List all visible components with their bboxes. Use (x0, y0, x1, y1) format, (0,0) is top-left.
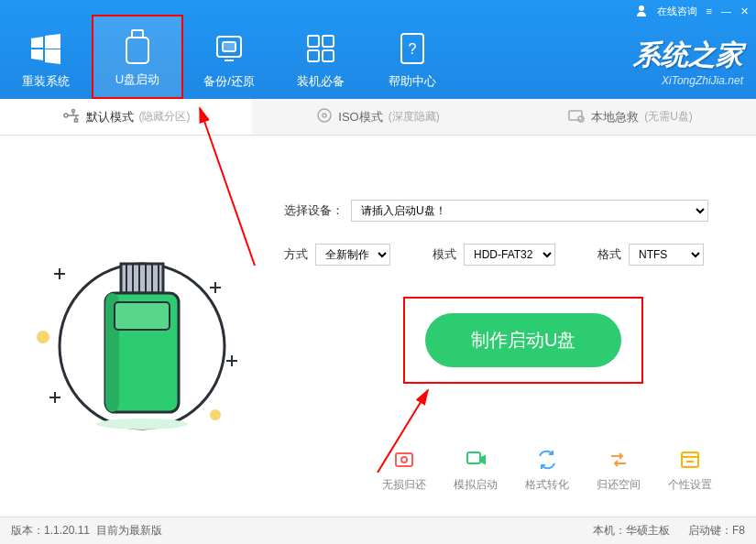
svg-point-18 (318, 109, 331, 122)
mode-select[interactable]: HDD-FAT32 (464, 244, 555, 266)
format-select[interactable]: NTFS (629, 244, 704, 266)
illustration-panel (18, 154, 266, 502)
backup-icon (183, 29, 275, 68)
device-label: 选择设备： (284, 202, 344, 219)
method-select[interactable]: 全新制作 (315, 244, 390, 266)
rescue-icon (567, 108, 586, 125)
svg-rect-20 (569, 111, 582, 120)
svg-marker-47 (481, 456, 485, 463)
svg-point-42 (37, 331, 49, 343)
personalize-icon (678, 448, 702, 472)
logo: 系统之家 XiTongZhiJia.net (633, 37, 743, 87)
content: 选择设备： 请插入启动U盘！ 方式 全新制作 模式 HDD-FAT32 格式 N… (0, 136, 756, 502)
svg-point-21 (578, 116, 584, 122)
nav-usb-boot[interactable]: U盘启动 (92, 15, 183, 99)
consult-link[interactable]: 在线咨询 (657, 5, 697, 18)
form-panel: 选择设备： 请插入启动U盘！ 方式 全新制作 模式 HDD-FAT32 格式 N… (266, 154, 738, 502)
avatar-icon (635, 4, 648, 18)
svg-rect-1 (132, 30, 143, 38)
usb-illustration (32, 218, 252, 438)
status-bar: 版本：1.1.20.11 目前为最新版 本机：华硕主板 启动键：F8 (0, 517, 756, 544)
svg-rect-50 (682, 452, 698, 467)
svg-rect-9 (323, 50, 334, 61)
svg-point-19 (323, 114, 326, 117)
tab-sublabel: (深度隐藏) (389, 109, 440, 125)
action-simulate[interactable]: 模拟启动 (454, 448, 498, 493)
close-button[interactable]: ✕ (740, 5, 749, 17)
menu-icon[interactable]: ≡ (707, 5, 712, 16)
action-personalize[interactable]: 个性设置 (668, 448, 712, 493)
create-boot-usb-button[interactable]: 制作启动U盘 (425, 313, 621, 367)
simulate-icon (464, 448, 488, 472)
svg-rect-4 (223, 42, 236, 51)
bottom-actions: 无损归还 模拟启动 格式转化 归还空间 个性设置 (382, 448, 712, 493)
svg-rect-7 (323, 36, 334, 47)
svg-point-43 (210, 409, 221, 420)
action-return-space[interactable]: 归还空间 (597, 448, 641, 493)
tab-local[interactable]: 本地急救 (无需U盘) (504, 99, 756, 135)
iso-icon (316, 107, 333, 126)
tab-default[interactable]: 默认模式 (隐藏分区) (0, 99, 252, 135)
space-icon (607, 448, 630, 472)
options-row: 方式 全新制作 模式 HDD-FAT32 格式 NTFS (284, 244, 738, 266)
nav-essentials[interactable]: 装机必备 (275, 18, 367, 99)
svg-rect-17 (74, 119, 77, 122)
svg-point-45 (401, 457, 407, 462)
nav-backup[interactable]: 备份/还原 (183, 18, 275, 99)
machine-info: 本机：华硕主板 启动键：F8 (593, 523, 745, 539)
minimize-button[interactable]: — (721, 5, 731, 16)
svg-rect-46 (467, 452, 480, 463)
mode-label: 模式 (433, 246, 456, 263)
restore-icon (392, 448, 416, 472)
svg-point-23 (96, 419, 188, 430)
tab-label: 默认模式 (86, 109, 134, 125)
device-select[interactable]: 请插入启动U盘！ (351, 200, 708, 222)
mode-tabs: 默认模式 (隐藏分区) ISO模式 (深度隐藏) 本地急救 (无需U盘) (0, 99, 756, 136)
svg-rect-33 (115, 302, 170, 330)
header: 在线咨询 ≡ — ✕ 重装系统 U盘启动 备份/还原 装机必备 ? 帮助中心 系… (0, 0, 756, 99)
tab-label: ISO模式 (338, 109, 382, 125)
title-bar: 在线咨询 ≡ — ✕ (635, 4, 749, 18)
format-label: 格式 (597, 246, 621, 263)
svg-rect-44 (396, 453, 412, 466)
convert-icon (535, 448, 559, 472)
action-restore[interactable]: 无损归还 (382, 448, 426, 493)
tab-sublabel: (无需U盘) (644, 109, 693, 125)
svg-rect-6 (308, 36, 319, 47)
version-info: 版本：1.1.20.11 目前为最新版 (11, 523, 162, 539)
svg-point-0 (639, 5, 644, 11)
tab-sublabel: (隐藏分区) (139, 109, 191, 125)
help-icon: ? (367, 29, 458, 68)
nav-help[interactable]: ? 帮助中心 (367, 18, 458, 99)
svg-rect-2 (126, 38, 148, 63)
svg-rect-8 (308, 50, 319, 61)
svg-point-12 (64, 114, 68, 117)
usb-icon (93, 27, 181, 66)
windows-icon (0, 29, 92, 68)
device-row: 选择设备： 请插入启动U盘！ (284, 200, 738, 222)
nav-reinstall[interactable]: 重装系统 (0, 18, 92, 99)
tab-label: 本地急救 (591, 109, 639, 125)
svg-point-15 (71, 110, 74, 113)
method-label: 方式 (284, 246, 308, 263)
tab-iso[interactable]: ISO模式 (深度隐藏) (252, 99, 504, 135)
svg-text:?: ? (409, 41, 417, 57)
main-button-highlight: 制作启动U盘 (403, 297, 643, 384)
action-convert[interactable]: 格式转化 (525, 448, 569, 493)
apps-icon (275, 29, 367, 68)
usb-small-icon (62, 108, 81, 125)
